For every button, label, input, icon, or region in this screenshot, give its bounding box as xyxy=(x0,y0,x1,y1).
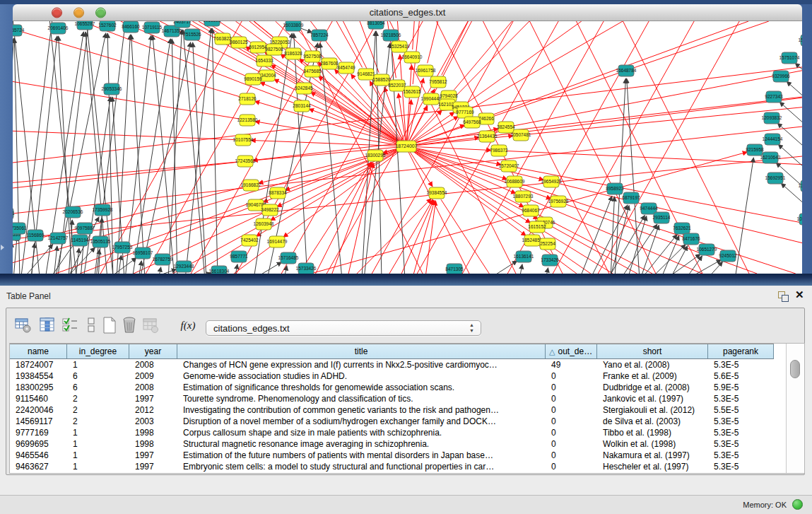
graph-node[interactable]: 20691406 xyxy=(48,23,69,34)
column-header-out_degree[interactable]: △out_de… xyxy=(546,344,597,358)
graph-node[interactable]: 17359928 xyxy=(93,204,113,216)
graph-node[interactable]: 19756928 xyxy=(548,196,569,207)
graph-node[interactable]: 3475685 xyxy=(303,66,322,77)
table-row[interactable]: 946554611997Estimation of the future num… xyxy=(10,450,804,461)
graph-node[interactable]: 16136141 xyxy=(514,251,534,262)
delete-column-button[interactable] xyxy=(119,315,139,335)
graph-node[interactable]: 1065528 xyxy=(203,21,221,26)
table-row[interactable]: 1938455462009Genome-wide association stu… xyxy=(10,370,804,382)
window-titlebar[interactable]: citations_edges.txt xyxy=(13,4,802,21)
table-row[interactable]: 911546021997Tourette syndrome. Phenomeno… xyxy=(10,393,804,404)
graph-node[interactable]: 12603948 xyxy=(254,218,274,230)
graph-node[interactable]: 252254 xyxy=(540,238,555,250)
graph-node[interactable]: 1733426 xyxy=(541,255,559,266)
graph-node[interactable]: 12213580 xyxy=(237,115,258,126)
graph-node[interactable]: 9329966 xyxy=(772,71,790,82)
graph-node[interactable]: 7986372 xyxy=(490,145,508,156)
column-header-in_degree[interactable]: in_degree xyxy=(67,344,129,358)
delete-table-button[interactable] xyxy=(141,315,160,335)
graph-node[interactable]: 15751074 xyxy=(779,52,800,64)
column-header-short[interactable]: short xyxy=(597,344,708,358)
graph-node[interactable]: 3824554 xyxy=(497,122,515,133)
graph-node[interactable]: 7857224 xyxy=(310,30,329,41)
graph-node[interactable]: 9684067 xyxy=(522,205,540,216)
graph-node[interactable]: 21364436 xyxy=(477,131,498,142)
table-scrollbar[interactable] xyxy=(786,344,804,473)
graph-node[interactable]: 8454749 xyxy=(337,62,355,74)
graph-node[interactable]: 19384554 xyxy=(427,187,447,199)
table-settings-button[interactable] xyxy=(13,315,33,335)
graph-node[interactable]: 16210643 xyxy=(760,152,781,163)
network-canvas[interactable]: 2405572420691406106552871527602846616010… xyxy=(13,21,802,274)
create-column-button[interactable] xyxy=(100,315,119,335)
graph-node[interactable]: 2867608 xyxy=(320,58,339,69)
graph-node[interactable]: 12142757 xyxy=(48,233,69,244)
graph-node[interactable]: 1527602 xyxy=(98,21,117,31)
table-row[interactable]: 1456911722003Disruption of a novel membe… xyxy=(10,416,804,427)
graph-node[interactable]: 16640910 xyxy=(402,52,423,63)
graph-node[interactable]: 17243563 xyxy=(235,156,256,167)
graph-node[interactable]: 2935114 xyxy=(653,212,671,223)
graph-node[interactable]: 8878334 xyxy=(269,187,287,199)
column-header-pagerank[interactable]: pagerank xyxy=(708,344,774,358)
table-selector-dropdown[interactable]: citations_edges.txt ▲▼ xyxy=(206,320,481,336)
graph-node[interactable]: 13505135 xyxy=(90,236,111,247)
column-header-title[interactable]: title xyxy=(177,344,546,358)
graph-node[interactable]: 18724007 xyxy=(395,141,417,152)
graph-node[interactable]: 9890159 xyxy=(244,74,262,85)
graph-node[interactable]: 16648784 xyxy=(616,65,637,76)
graph-node[interactable]: 9827508 xyxy=(265,44,283,55)
graph-node[interactable]: 7955812 xyxy=(429,76,447,88)
graph-node[interactable]: 7663822 xyxy=(213,33,232,45)
close-panel-button[interactable]: ✕ xyxy=(795,288,804,301)
graph-node[interactable]: 16618304 xyxy=(209,266,230,274)
graph-node[interactable]: 15692951 xyxy=(765,173,786,184)
row-height-button[interactable] xyxy=(81,315,101,335)
graph-node[interactable]: 9860125 xyxy=(230,37,248,48)
graph-node[interactable]: 12923448 xyxy=(174,261,194,272)
graph-node[interactable]: 2803144 xyxy=(293,100,311,112)
table-row[interactable]: 946362711997Embryonic stem cells: a mode… xyxy=(10,461,804,472)
graph-node[interactable]: 17957253 xyxy=(112,242,133,253)
graph-node[interactable]: 1615152 xyxy=(528,221,546,233)
graph-node[interactable]: 16914479 xyxy=(267,236,288,247)
graph-node[interactable]: 10688609 xyxy=(505,176,525,187)
graph-node[interactable]: 1654333 xyxy=(255,55,273,66)
graph-node[interactable]: 5912954 xyxy=(249,42,267,53)
graph-node[interactable]: 9242845 xyxy=(295,83,313,94)
graph-node[interactable]: 10651279 xyxy=(697,244,717,255)
graph-node[interactable]: 19654923 xyxy=(541,176,562,187)
graph-node[interactable]: 15716485 xyxy=(278,252,299,264)
float-panel-button[interactable] xyxy=(777,291,789,302)
graph-node[interactable]: 8466160 xyxy=(122,21,140,33)
graph-node[interactable]: 16958107 xyxy=(133,247,153,259)
graph-node[interactable]: 24055724 xyxy=(13,25,25,36)
graph-node[interactable]: 90975887 xyxy=(75,223,95,234)
graph-node[interactable]: 20206536 xyxy=(63,206,83,218)
table-row[interactable]: 969969511998Structural magnetic resonanc… xyxy=(10,438,804,450)
graph-node[interactable]: 15720407 xyxy=(499,160,519,172)
graph-node[interactable]: 8471676 xyxy=(682,233,700,245)
memory-ok-indicator[interactable] xyxy=(792,499,803,510)
graph-node[interactable]: 9857771 xyxy=(230,251,248,262)
graph-node[interactable]: 13726044 xyxy=(799,180,802,192)
graph-node[interactable]: 7515526 xyxy=(183,29,201,40)
graph-node[interactable]: 10507481 xyxy=(511,129,531,141)
graph-node[interactable]: 1145194 xyxy=(71,235,89,246)
graph-node[interactable]: 18807293 xyxy=(513,191,534,202)
graph-node[interactable]: 2718126 xyxy=(238,93,257,105)
graph-node[interactable]: 16033809 xyxy=(283,21,304,31)
function-builder-button[interactable]: f(x) xyxy=(176,315,200,335)
graph-node[interactable]: 19166827 xyxy=(241,180,261,191)
show-columns-button[interactable] xyxy=(37,315,57,335)
graph-node[interactable]: 8471305 xyxy=(445,264,464,274)
graph-node[interactable]: 9527508 xyxy=(303,51,322,62)
graph-node[interactable]: 10719115 xyxy=(142,22,163,33)
graph-node[interactable]: 2432031 xyxy=(13,208,15,219)
column-header-year[interactable]: year xyxy=(129,344,177,358)
graph-node[interactable]: 29053346 xyxy=(102,83,122,95)
graph-node[interactable]: 8958923 xyxy=(606,183,624,194)
graph-node[interactable]: 15733426 xyxy=(296,263,317,274)
graph-node[interactable]: 6497568 xyxy=(463,117,481,128)
graph-node[interactable]: 15098321 xyxy=(799,35,802,46)
